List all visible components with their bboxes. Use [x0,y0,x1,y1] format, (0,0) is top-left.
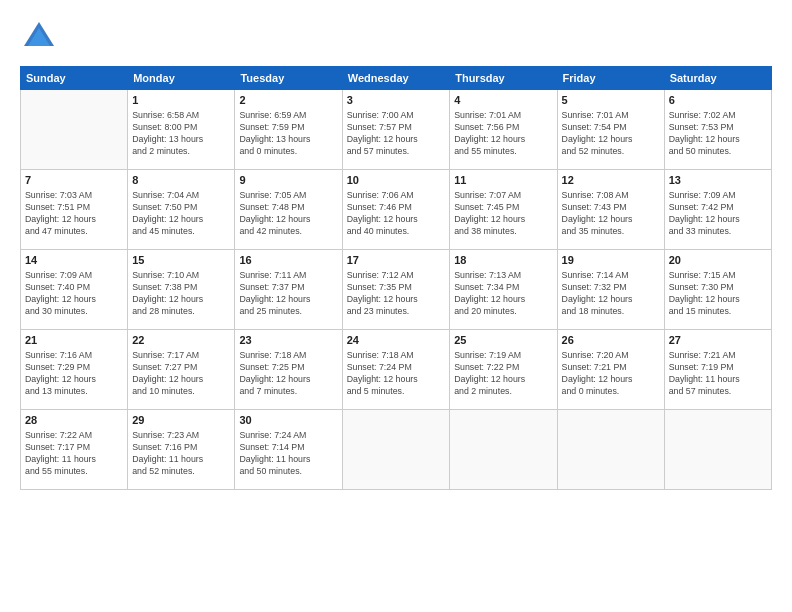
day-number: 1 [132,93,230,108]
day-number: 8 [132,173,230,188]
day-number: 29 [132,413,230,428]
day-number: 17 [347,253,446,268]
calendar-day-cell: 30Sunrise: 7:24 AM Sunset: 7:14 PM Dayli… [235,410,342,490]
day-info: Sunrise: 7:22 AM Sunset: 7:17 PM Dayligh… [25,429,123,478]
day-info: Sunrise: 7:23 AM Sunset: 7:16 PM Dayligh… [132,429,230,478]
day-info: Sunrise: 7:11 AM Sunset: 7:37 PM Dayligh… [239,269,337,318]
day-info: Sunrise: 7:09 AM Sunset: 7:40 PM Dayligh… [25,269,123,318]
day-number: 15 [132,253,230,268]
calendar-week-row: 14Sunrise: 7:09 AM Sunset: 7:40 PM Dayli… [21,250,772,330]
day-info: Sunrise: 7:19 AM Sunset: 7:22 PM Dayligh… [454,349,552,398]
header [20,18,772,56]
day-number: 7 [25,173,123,188]
day-info: Sunrise: 7:10 AM Sunset: 7:38 PM Dayligh… [132,269,230,318]
calendar-day-cell: 7Sunrise: 7:03 AM Sunset: 7:51 PM Daylig… [21,170,128,250]
day-number: 30 [239,413,337,428]
day-info: Sunrise: 7:21 AM Sunset: 7:19 PM Dayligh… [669,349,767,398]
day-number: 19 [562,253,660,268]
calendar-day-cell: 5Sunrise: 7:01 AM Sunset: 7:54 PM Daylig… [557,90,664,170]
page: SundayMondayTuesdayWednesdayThursdayFrid… [0,0,792,612]
calendar-day-cell: 22Sunrise: 7:17 AM Sunset: 7:27 PM Dayli… [128,330,235,410]
calendar-day-cell: 26Sunrise: 7:20 AM Sunset: 7:21 PM Dayli… [557,330,664,410]
day-info: Sunrise: 7:14 AM Sunset: 7:32 PM Dayligh… [562,269,660,318]
calendar-day-cell: 16Sunrise: 7:11 AM Sunset: 7:37 PM Dayli… [235,250,342,330]
calendar-day-cell: 20Sunrise: 7:15 AM Sunset: 7:30 PM Dayli… [664,250,771,330]
day-info: Sunrise: 7:05 AM Sunset: 7:48 PM Dayligh… [239,189,337,238]
calendar-day-cell: 13Sunrise: 7:09 AM Sunset: 7:42 PM Dayli… [664,170,771,250]
day-number: 16 [239,253,337,268]
calendar-day-cell: 6Sunrise: 7:02 AM Sunset: 7:53 PM Daylig… [664,90,771,170]
day-number: 14 [25,253,123,268]
logo [20,18,62,56]
day-info: Sunrise: 7:02 AM Sunset: 7:53 PM Dayligh… [669,109,767,158]
weekday-header: Friday [557,67,664,90]
calendar-day-cell: 18Sunrise: 7:13 AM Sunset: 7:34 PM Dayli… [450,250,557,330]
calendar-day-cell: 10Sunrise: 7:06 AM Sunset: 7:46 PM Dayli… [342,170,450,250]
calendar-day-cell: 29Sunrise: 7:23 AM Sunset: 7:16 PM Dayli… [128,410,235,490]
day-info: Sunrise: 7:16 AM Sunset: 7:29 PM Dayligh… [25,349,123,398]
day-info: Sunrise: 7:08 AM Sunset: 7:43 PM Dayligh… [562,189,660,238]
calendar-week-row: 28Sunrise: 7:22 AM Sunset: 7:17 PM Dayli… [21,410,772,490]
weekday-header: Sunday [21,67,128,90]
day-number: 22 [132,333,230,348]
day-info: Sunrise: 7:00 AM Sunset: 7:57 PM Dayligh… [347,109,446,158]
calendar-day-cell: 17Sunrise: 7:12 AM Sunset: 7:35 PM Dayli… [342,250,450,330]
calendar-week-row: 21Sunrise: 7:16 AM Sunset: 7:29 PM Dayli… [21,330,772,410]
day-info: Sunrise: 7:24 AM Sunset: 7:14 PM Dayligh… [239,429,337,478]
calendar-day-cell: 21Sunrise: 7:16 AM Sunset: 7:29 PM Dayli… [21,330,128,410]
day-number: 21 [25,333,123,348]
day-info: Sunrise: 6:58 AM Sunset: 8:00 PM Dayligh… [132,109,230,158]
weekday-header: Saturday [664,67,771,90]
calendar-day-cell: 1Sunrise: 6:58 AM Sunset: 8:00 PM Daylig… [128,90,235,170]
day-info: Sunrise: 7:04 AM Sunset: 7:50 PM Dayligh… [132,189,230,238]
day-number: 23 [239,333,337,348]
day-number: 3 [347,93,446,108]
day-info: Sunrise: 7:06 AM Sunset: 7:46 PM Dayligh… [347,189,446,238]
weekday-header: Monday [128,67,235,90]
calendar-day-cell [342,410,450,490]
day-number: 9 [239,173,337,188]
day-number: 26 [562,333,660,348]
day-info: Sunrise: 6:59 AM Sunset: 7:59 PM Dayligh… [239,109,337,158]
day-number: 6 [669,93,767,108]
calendar-day-cell: 25Sunrise: 7:19 AM Sunset: 7:22 PM Dayli… [450,330,557,410]
weekday-header: Wednesday [342,67,450,90]
calendar-day-cell: 28Sunrise: 7:22 AM Sunset: 7:17 PM Dayli… [21,410,128,490]
day-number: 24 [347,333,446,348]
calendar-day-cell: 4Sunrise: 7:01 AM Sunset: 7:56 PM Daylig… [450,90,557,170]
logo-icon [20,18,58,56]
calendar-day-cell: 24Sunrise: 7:18 AM Sunset: 7:24 PM Dayli… [342,330,450,410]
day-number: 4 [454,93,552,108]
calendar-day-cell: 23Sunrise: 7:18 AM Sunset: 7:25 PM Dayli… [235,330,342,410]
calendar-day-cell: 9Sunrise: 7:05 AM Sunset: 7:48 PM Daylig… [235,170,342,250]
day-info: Sunrise: 7:01 AM Sunset: 7:54 PM Dayligh… [562,109,660,158]
day-info: Sunrise: 7:01 AM Sunset: 7:56 PM Dayligh… [454,109,552,158]
calendar-day-cell [450,410,557,490]
day-number: 18 [454,253,552,268]
weekday-header: Thursday [450,67,557,90]
calendar-day-cell: 19Sunrise: 7:14 AM Sunset: 7:32 PM Dayli… [557,250,664,330]
calendar-day-cell: 8Sunrise: 7:04 AM Sunset: 7:50 PM Daylig… [128,170,235,250]
day-info: Sunrise: 7:13 AM Sunset: 7:34 PM Dayligh… [454,269,552,318]
day-number: 25 [454,333,552,348]
day-info: Sunrise: 7:20 AM Sunset: 7:21 PM Dayligh… [562,349,660,398]
calendar-day-cell: 2Sunrise: 6:59 AM Sunset: 7:59 PM Daylig… [235,90,342,170]
calendar-day-cell: 27Sunrise: 7:21 AM Sunset: 7:19 PM Dayli… [664,330,771,410]
day-number: 11 [454,173,552,188]
calendar-day-cell: 11Sunrise: 7:07 AM Sunset: 7:45 PM Dayli… [450,170,557,250]
calendar-day-cell: 3Sunrise: 7:00 AM Sunset: 7:57 PM Daylig… [342,90,450,170]
day-info: Sunrise: 7:15 AM Sunset: 7:30 PM Dayligh… [669,269,767,318]
day-number: 13 [669,173,767,188]
calendar-week-row: 7Sunrise: 7:03 AM Sunset: 7:51 PM Daylig… [21,170,772,250]
day-info: Sunrise: 7:18 AM Sunset: 7:24 PM Dayligh… [347,349,446,398]
day-info: Sunrise: 7:12 AM Sunset: 7:35 PM Dayligh… [347,269,446,318]
day-number: 27 [669,333,767,348]
calendar-day-cell: 15Sunrise: 7:10 AM Sunset: 7:38 PM Dayli… [128,250,235,330]
calendar-day-cell: 12Sunrise: 7:08 AM Sunset: 7:43 PM Dayli… [557,170,664,250]
calendar-day-cell [21,90,128,170]
day-number: 20 [669,253,767,268]
calendar-day-cell [557,410,664,490]
day-info: Sunrise: 7:07 AM Sunset: 7:45 PM Dayligh… [454,189,552,238]
day-info: Sunrise: 7:09 AM Sunset: 7:42 PM Dayligh… [669,189,767,238]
day-info: Sunrise: 7:17 AM Sunset: 7:27 PM Dayligh… [132,349,230,398]
